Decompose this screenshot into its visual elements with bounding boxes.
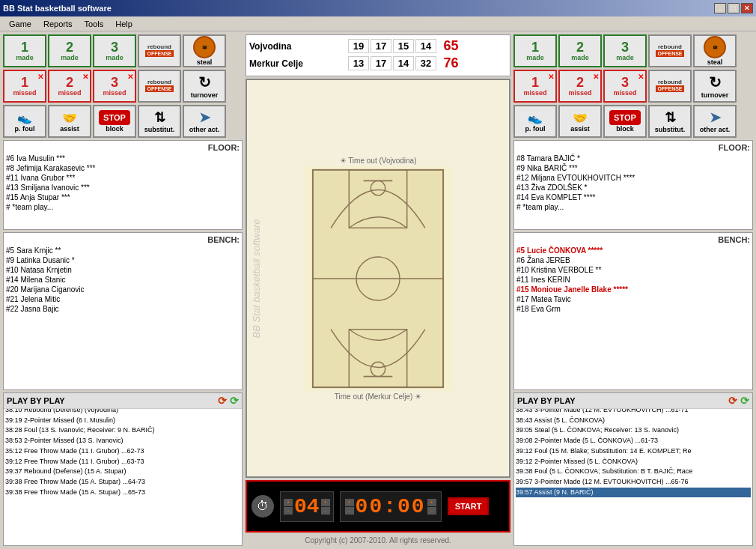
list-item[interactable]: 39:12 2-Pointer Missed (5 L. ČONKOVA) [516, 457, 751, 467]
list-item[interactable]: #8 Jefimija Karakasevic *** [6, 163, 240, 173]
right-pbp-icon1[interactable]: ⟳ [728, 395, 737, 407]
left-1missed-button[interactable]: 1 missed ✕ [3, 70, 46, 103]
list-item[interactable]: # *team play... [516, 202, 750, 212]
right-pbp-icon2[interactable]: ⟳ [740, 395, 749, 407]
right-3made-button[interactable]: 3 made [603, 34, 647, 67]
list-item[interactable]: #8 Tamara BAJIĆ * [516, 154, 750, 163]
list-item[interactable]: 39:12 Foul (15 M. Blake; Substitution: 1… [516, 446, 751, 457]
list-item[interactable]: #13 Smiljana Ivanovic *** [6, 183, 240, 192]
list-item[interactable]: #18 Eva Grm [516, 304, 750, 314]
right-rebound-defense-button[interactable]: reboundOFFENSE [648, 70, 692, 103]
list-item[interactable]: #20 Marijana Ciganovic [6, 285, 240, 294]
right-foul-button[interactable]: 👟 p. foul [513, 105, 557, 138]
list-item[interactable]: 39:19 2-Pointer Missed (6 I. Musulin) [5, 416, 240, 426]
list-item[interactable]: #14 Milena Stanic [6, 275, 240, 285]
list-item[interactable]: #6 Iva Musulin *** [6, 154, 240, 163]
list-item[interactable]: #11 Ivana Grubor *** [6, 173, 240, 183]
menu-reports[interactable]: Reports [37, 18, 79, 30]
right-3missed-button[interactable]: 3 missed ✕ [603, 70, 647, 103]
list-item[interactable]: #5 Lucie ČONKOVA ***** [516, 246, 750, 255]
left-steal-button[interactable]: ≋ steal [183, 34, 226, 67]
left-block-button[interactable]: STOP block [93, 105, 136, 138]
quarter-minus2-button[interactable]: - [321, 507, 330, 515]
list-item[interactable]: 38:10 Rebound (Defense) (Vojvodina) [5, 409, 240, 416]
right-1made-button[interactable]: 1 made [513, 34, 557, 67]
list-item[interactable]: #22 Jasna Bajic [6, 304, 240, 314]
quarter-plus-button[interactable]: + [284, 499, 293, 506]
list-item[interactable]: 35:12 Free Throw Made (11 I. Grubor) ...… [5, 446, 240, 457]
menu-tools[interactable]: Tools [79, 18, 110, 30]
list-item[interactable]: #17 Matea Tavic [516, 294, 750, 304]
right-2made-button[interactable]: 2 made [558, 34, 602, 67]
right-1missed-button[interactable]: 1 missed ✕ [513, 70, 557, 103]
left-score-total: 65 [438, 38, 464, 54]
list-item[interactable]: #15 Monioue Janelle Blake ***** [516, 285, 750, 294]
close-button[interactable]: ✕ [741, 3, 753, 13]
right-2missed-button[interactable]: 2 missed ✕ [558, 70, 602, 103]
right-rebound-offense-button[interactable]: reboundOFFENSE [648, 34, 692, 67]
quarter-minus-button[interactable]: - [284, 507, 293, 515]
left-other-button[interactable]: ➤ other act. [183, 105, 226, 138]
list-item[interactable]: 39:38 Free Throw Made (15 A. Stupar) ...… [5, 488, 240, 498]
list-item[interactable]: 39:38 Foul (5 L. ČONKOVA; Substitution: … [516, 467, 751, 477]
left-assist-button[interactable]: 🤝 assist [48, 105, 91, 138]
right-other-button[interactable]: ➤ other act. [693, 105, 737, 138]
list-item[interactable]: 39:05 Steal (5 L. ČONKOVA; Receiver: 13 … [516, 425, 751, 436]
list-item[interactable]: 39:37 Rebound (Defense) (15 A. Stupar) [5, 467, 240, 477]
start-button[interactable]: START [448, 497, 490, 515]
timer-section: ⏱ + - 04 + - + - 00:00 + [246, 480, 510, 533]
list-item[interactable]: #5 Sara Krnjic ** [6, 246, 240, 255]
list-item[interactable]: #11 Ines KERIN [516, 275, 750, 285]
list-item[interactable]: #10 Kristina VERBOLE ** [516, 265, 750, 275]
minimize-button[interactable]: _ [714, 3, 726, 13]
left-2missed-button[interactable]: 2 missed ✕ [48, 70, 91, 103]
list-item[interactable]: 39:12 Free Throw Made (11 I. Grubor) ...… [5, 457, 240, 467]
right-team-name: Merkur Celje [249, 58, 347, 69]
list-item[interactable]: 38:43 3-Pointer Made (12 M. EVTOUKHOVITC… [516, 409, 751, 416]
menu-game[interactable]: Game [3, 18, 37, 30]
list-item[interactable]: #21 Jelena Mitic [6, 294, 240, 304]
left-sub-button[interactable]: ⇅ substitut. [138, 105, 181, 138]
time-plus-button[interactable]: + [345, 499, 354, 506]
list-item[interactable]: 39:57 Assist (9 N. BARIČ) [516, 488, 751, 498]
left-rebound-defense-button[interactable]: reboundOFFENSE [138, 70, 181, 103]
list-item[interactable]: #6 Žana JEREB [516, 255, 750, 265]
list-item[interactable]: #12 Miljana EVTOUKHOVITCH **** [516, 173, 750, 183]
right-pbp-list[interactable]: 38:28 Free Throw Made (9 N. BARIČ) ...61… [514, 409, 752, 499]
left-1made-button[interactable]: 1 made [3, 34, 46, 67]
list-item[interactable]: #9 Latinka Dusanic * [6, 255, 240, 265]
menu-help[interactable]: Help [109, 18, 138, 30]
left-3missed-button[interactable]: 3 missed ✕ [93, 70, 136, 103]
list-item[interactable]: 39:38 Free Throw Made (15 A. Stupar) ...… [5, 477, 240, 488]
left-pbp-icon1[interactable]: ⟳ [218, 395, 227, 407]
time-plus2-button[interactable]: + [427, 499, 436, 506]
list-item[interactable]: 39:57 3-Pointer Made (12 M. EVTOUKHOVITC… [516, 477, 751, 488]
list-item[interactable]: 38:43 Assist (5 L. ČONKOVA) [516, 416, 751, 426]
copyright: Copyright (c) 2007-2010. All rights rese… [246, 535, 510, 546]
left-3made-button[interactable]: 3 made [93, 34, 136, 67]
right-block-button[interactable]: STOP block [603, 105, 647, 138]
right-assist-button[interactable]: 🤝 assist [558, 105, 602, 138]
list-item[interactable]: #10 Natasa Krnjetin [6, 265, 240, 275]
right-steal-button[interactable]: ≋ steal [693, 34, 737, 67]
list-item[interactable]: 38:53 2-Pointer Missed (13 S. Ivanovic) [5, 436, 240, 446]
left-foul-button[interactable]: 👟 p. foul [3, 105, 46, 138]
left-rebound-offense-button[interactable]: reboundOFFENSE [138, 34, 181, 67]
quarter-plus2-button[interactable]: + [321, 499, 330, 506]
left-2made-button[interactable]: 2 made [48, 34, 91, 67]
list-item[interactable]: #14 Eva KOMPLET **** [516, 192, 750, 202]
maximize-button[interactable]: □ [728, 3, 740, 13]
left-pbp-icon2[interactable]: ⟳ [230, 395, 239, 407]
list-item[interactable]: #15 Anja Stupar *** [6, 192, 240, 202]
right-turnover-button[interactable]: ↻ turnover [693, 70, 737, 103]
time-minus-button[interactable]: - [345, 507, 354, 515]
right-sub-button[interactable]: ⇅ substitut. [648, 105, 692, 138]
left-pbp-list[interactable]: 37:14 Free Throw Made (13 S. Ivanovic) .… [4, 409, 242, 499]
left-turnover-button[interactable]: ↻ turnover [183, 70, 226, 103]
list-item[interactable]: 38:28 Foul (13 S. Ivanovic; Receiver: 9 … [5, 425, 240, 436]
list-item[interactable]: #9 Nika BARIČ *** [516, 163, 750, 173]
list-item[interactable]: #13 Živa ZDOLŠEK * [516, 183, 750, 192]
time-minus2-button[interactable]: - [427, 507, 436, 515]
list-item[interactable]: # *team play... [6, 202, 240, 212]
list-item[interactable]: 39:08 2-Pointer Made (5 L. ČONKOVA) ...6… [516, 436, 751, 446]
